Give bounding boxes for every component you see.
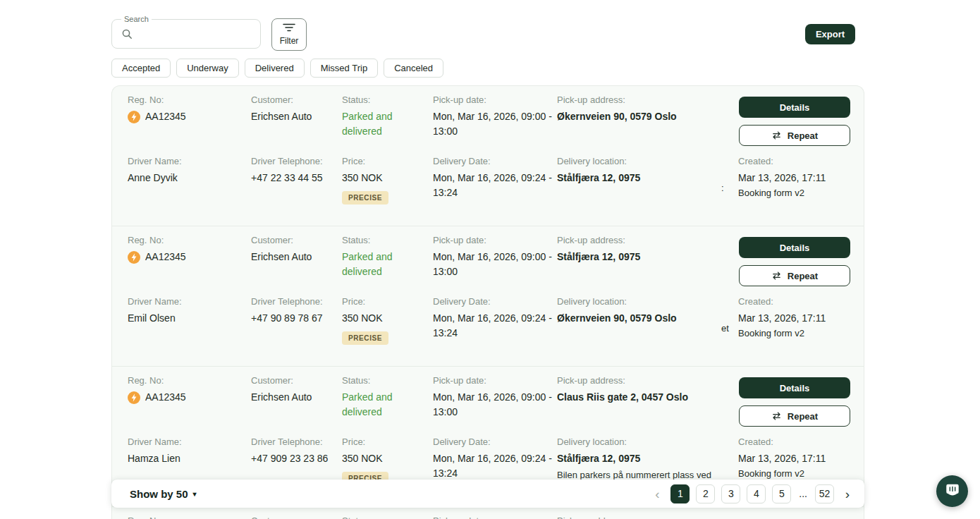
chip-delivered[interactable]: Delivered bbox=[245, 59, 305, 78]
driver-name-label: Driver Name: bbox=[128, 436, 244, 448]
status-value: Parked and delivered bbox=[342, 390, 427, 420]
pickup-address-value: Økernveien 90, 0579 Oslo bbox=[557, 109, 733, 124]
reg-no-value: AA12345 bbox=[145, 109, 186, 124]
status-label: Status: bbox=[342, 375, 427, 386]
details-button[interactable]: Details bbox=[739, 97, 850, 118]
status-value: Parked and delivered bbox=[342, 109, 427, 139]
search-icon bbox=[121, 28, 133, 39]
details-button[interactable]: Details bbox=[739, 237, 850, 258]
bookings-page: Search Filter Export Accepted Underway D… bbox=[0, 0, 980, 519]
customer-label: Customer: bbox=[251, 235, 340, 246]
repeat-icon bbox=[771, 130, 782, 140]
precise-badge: PRECISE bbox=[342, 191, 388, 204]
created-value: Mar 13, 2026, 17:11 bbox=[738, 311, 858, 326]
price-value: 350 NOK bbox=[342, 311, 427, 326]
booking-card: Reg. No: Customer: Status: Pick-up date:… bbox=[112, 507, 864, 519]
delivery-date-value: Mon, Mar 16, 2026, 09:24 - 13:24 bbox=[433, 171, 556, 200]
truncated-text-fragment: et bbox=[721, 323, 729, 334]
chip-underway[interactable]: Underway bbox=[176, 59, 239, 78]
page-button-3[interactable]: 3 bbox=[721, 484, 740, 503]
customer-field: Customer: Erichsen Auto bbox=[251, 235, 340, 264]
driver-name-value: Hamza Lien bbox=[128, 451, 244, 466]
repeat-button[interactable]: Repeat bbox=[739, 125, 850, 146]
price-label: Price: bbox=[342, 156, 427, 167]
chip-missed-trip[interactable]: Missed Trip bbox=[310, 59, 378, 78]
reg-no-value: AA12345 bbox=[145, 390, 186, 405]
customer-value: Erichsen Auto bbox=[251, 109, 340, 124]
price-value: 350 NOK bbox=[342, 451, 427, 466]
delivery-date-field: Delivery Date: Mon, Mar 16, 2026, 09:24 … bbox=[433, 436, 556, 481]
chat-launcher-button[interactable] bbox=[936, 475, 968, 507]
reg-no-field: Reg. No: AA12345 bbox=[128, 94, 244, 124]
driver-name-label: Driver Name: bbox=[128, 296, 244, 307]
chip-canceled[interactable]: Canceled bbox=[384, 59, 443, 78]
driver-phone-field: Driver Telephone: +47 22 33 44 55 bbox=[251, 156, 340, 185]
search-input[interactable] bbox=[137, 23, 255, 45]
chevron-left-icon[interactable]: ‹ bbox=[650, 484, 664, 504]
status-field: Status: bbox=[342, 515, 427, 519]
pickup-date-field: Pick-up date: bbox=[433, 515, 556, 519]
page-button-last[interactable]: 52 bbox=[815, 484, 834, 503]
reg-no-label: Reg. No: bbox=[128, 235, 244, 246]
price-field: Price: 350 NOK PRECISE bbox=[342, 156, 427, 204]
reg-no-value: AA12345 bbox=[145, 250, 186, 264]
filter-button[interactable]: Filter bbox=[271, 18, 307, 51]
pagination-ellipsis: ... bbox=[797, 488, 809, 499]
customer-label: Customer: bbox=[251, 515, 340, 519]
customer-label: Customer: bbox=[251, 94, 340, 106]
status-field: Status: Parked and delivered bbox=[342, 235, 427, 279]
filter-icon bbox=[283, 23, 295, 34]
page-button-4[interactable]: 4 bbox=[747, 484, 766, 503]
delivery-date-field: Delivery Date: Mon, Mar 16, 2026, 09:24 … bbox=[433, 296, 556, 341]
delivery-location-label: Delivery location: bbox=[557, 296, 733, 307]
driver-phone-value: +47 909 23 23 86 bbox=[251, 451, 340, 466]
customer-value: Erichsen Auto bbox=[251, 390, 340, 405]
page-button-5[interactable]: 5 bbox=[772, 484, 791, 503]
search-field[interactable]: Search bbox=[111, 19, 261, 49]
status-label: Status: bbox=[342, 515, 427, 519]
reg-no-label: Reg. No: bbox=[128, 94, 244, 106]
precise-badge: PRECISE bbox=[342, 331, 388, 345]
created-source: Booking form v2 bbox=[738, 468, 858, 480]
delivery-date-label: Delivery Date: bbox=[433, 436, 556, 448]
customer-field: Customer: Erichsen Auto bbox=[251, 94, 340, 124]
driver-phone-value: +47 90 89 78 67 bbox=[251, 311, 340, 326]
booking-card: Reg. No: AA12345 Customer: Erichsen Auto… bbox=[112, 86, 864, 226]
repeat-icon bbox=[771, 411, 782, 421]
show-by-dropdown[interactable]: Show by 50 ▾ bbox=[125, 487, 201, 501]
reg-no-field: Reg. No: AA12345 bbox=[128, 235, 244, 264]
page-button-2[interactable]: 2 bbox=[696, 484, 715, 503]
delivery-location-label: Delivery location: bbox=[557, 436, 733, 448]
status-label: Status: bbox=[342, 235, 427, 246]
delivery-location-field: Delivery location: Økernveien 90, 0579 O… bbox=[557, 296, 733, 329]
delivery-location-value: Stålfjæra 12, 0975 bbox=[557, 451, 733, 466]
price-label: Price: bbox=[342, 436, 427, 448]
delivery-date-field: Delivery Date: Mon, Mar 16, 2026, 09:24 … bbox=[433, 156, 556, 200]
status-filter-chips: Accepted Underway Delivered Missed Trip … bbox=[111, 59, 443, 78]
driver-name-field: Driver Name: Hamza Lien bbox=[128, 436, 244, 466]
customer-value: Erichsen Auto bbox=[251, 250, 340, 264]
page-button-1[interactable]: 1 bbox=[670, 484, 690, 503]
lightning-icon bbox=[128, 251, 140, 264]
export-button[interactable]: Export bbox=[805, 24, 855, 44]
driver-name-field: Driver Name: Emil Olsen bbox=[128, 296, 244, 326]
customer-field: Customer: bbox=[251, 515, 340, 519]
driver-phone-label: Driver Telephone: bbox=[251, 156, 340, 167]
details-button[interactable]: Details bbox=[739, 377, 850, 398]
reg-no-label: Reg. No: bbox=[128, 375, 244, 386]
created-label: Created: bbox=[738, 296, 858, 307]
pickup-address-value: Claus Riis gate 2, 0457 Oslo bbox=[557, 390, 733, 405]
repeat-button[interactable]: Repeat bbox=[739, 265, 850, 286]
driver-phone-field: Driver Telephone: +47 90 89 78 67 bbox=[251, 296, 340, 326]
status-field: Status: Parked and delivered bbox=[342, 94, 427, 139]
pagination: ‹ 1 2 3 4 5 ... 52 › bbox=[650, 484, 855, 504]
created-source: Booking form v2 bbox=[738, 327, 858, 339]
chevron-right-icon[interactable]: › bbox=[840, 484, 855, 504]
chip-accepted[interactable]: Accepted bbox=[111, 59, 171, 78]
delivery-date-value: Mon, Mar 16, 2026, 09:24 - 13:24 bbox=[433, 451, 556, 481]
created-field: Created: Mar 13, 2026, 17:11 Booking for… bbox=[738, 156, 858, 199]
price-value: 350 NOK bbox=[342, 171, 427, 185]
repeat-button[interactable]: Repeat bbox=[739, 405, 850, 427]
customer-field: Customer: Erichsen Auto bbox=[251, 375, 340, 405]
reg-no-field: Reg. No: AA12345 bbox=[128, 375, 244, 405]
